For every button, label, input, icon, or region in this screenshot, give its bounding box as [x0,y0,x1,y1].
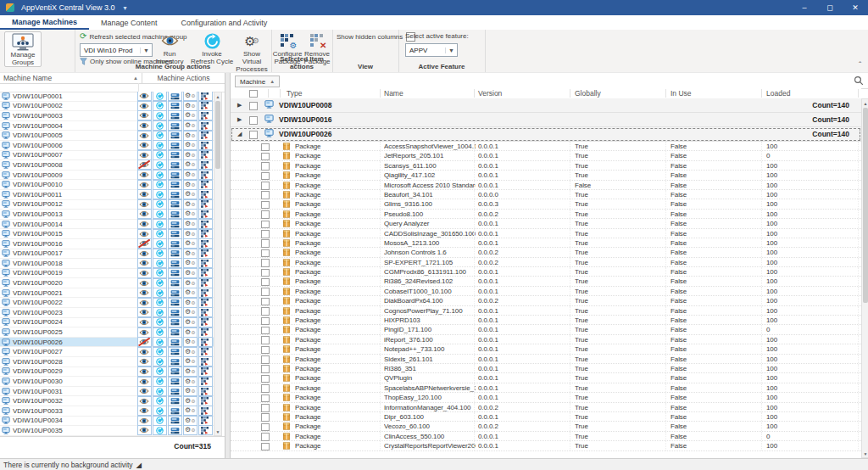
processes-action-icon[interactable]: ⚙⚙ [183,268,198,278]
machine-console-action-icon[interactable] [168,229,182,239]
package-action-icon[interactable] [198,219,213,229]
row-checkbox[interactable] [261,404,270,412]
refresh-cycle-action-icon[interactable] [153,199,167,210]
refresh-cycle-action-icon[interactable] [153,120,167,131]
machine-console-action-icon[interactable] [168,386,182,396]
inventory-action-icon[interactable] [137,288,152,298]
refresh-cycle-action-icon[interactable] [153,288,167,298]
refresh-cycle-action-icon[interactable] [153,278,167,288]
machine-console-action-icon[interactable] [168,92,182,101]
column-header-loaded[interactable]: Loaded [766,88,790,98]
inventory-action-icon[interactable] [137,170,152,180]
package-action-icon[interactable] [198,307,213,317]
row-checkbox[interactable] [261,278,270,287]
processes-action-icon[interactable]: ⚙⚙ [183,416,198,426]
inventory-action-icon[interactable] [137,219,152,229]
processes-action-icon[interactable]: ⚙⚙ [183,209,198,219]
refresh-cycle-action-icon[interactable] [153,258,167,268]
machine-row[interactable]: VDIW10UP0029 ⚙⚙ [0,367,214,378]
machine-console-action-icon[interactable] [168,425,182,435]
machine-console-action-icon[interactable] [168,180,182,190]
machine-console-action-icon[interactable] [168,347,182,357]
machine-console-action-icon[interactable] [168,110,182,120]
processes-action-icon[interactable]: ⚙⚙ [183,131,198,141]
machine-row[interactable]: VDIW10UP0027 ⚙⚙ [0,347,214,357]
machine-console-action-icon[interactable] [168,288,182,298]
expand-icon[interactable]: ▶ [237,102,242,109]
column-header-globally[interactable]: Globally [575,88,601,98]
machine-console-action-icon[interactable] [168,159,182,170]
processes-action-icon[interactable]: ⚙⚙ [183,258,198,268]
package-action-icon[interactable] [198,377,213,387]
package-action-icon[interactable] [198,386,213,396]
package-action-icon[interactable] [198,406,213,416]
package-action-icon[interactable] [198,327,213,338]
inventory-action-icon[interactable] [137,298,152,308]
package-action-icon[interactable] [198,298,213,308]
row-checkbox[interactable] [261,375,270,383]
run-inventory-button[interactable]: RunInventory [151,31,188,65]
machine-row[interactable]: VDIW10UP0017 ⚙⚙ [0,249,214,260]
machine-console-action-icon[interactable] [168,238,182,249]
refresh-cycle-action-icon[interactable] [153,101,167,111]
column-header-name[interactable]: Name [384,88,403,98]
package-action-icon[interactable] [198,150,213,160]
inventory-action-icon[interactable] [137,425,152,435]
machine-row[interactable]: VDIW10UP0003 ⚙⚙ [0,111,214,121]
machine-console-action-icon[interactable] [168,317,182,327]
machine-row[interactable]: VDIW10UP0013 ⚙⚙ [0,210,214,220]
select-all-checkbox[interactable] [249,90,258,98]
package-action-icon[interactable] [198,209,213,219]
collapse-icon[interactable]: ◢ [237,131,242,137]
scroll-up-icon[interactable]: ▲ [214,92,221,100]
row-checkbox[interactable] [261,172,270,181]
package-action-icon[interactable] [198,347,213,357]
package-row[interactable]: Package CADDSolisInzage_301650.100 0.0.0… [231,229,861,238]
row-checkbox[interactable] [261,259,270,267]
column-header-version[interactable]: Version [478,88,502,98]
package-grid-scrollbar[interactable]: ▲ ▼ [861,98,868,458]
machine-row[interactable]: VDIW10UP0026 ⚙⚙ [0,338,214,348]
package-row[interactable]: Package Query Analyzer 0.0.0.1 True Fals… [231,219,861,228]
processes-action-icon[interactable]: ⚙⚙ [183,170,198,180]
machine-row[interactable]: VDIW10UP0028 ⚙⚙ [0,357,214,367]
processes-action-icon[interactable]: ⚙⚙ [183,298,198,308]
machine-row[interactable]: VDIW10UP0009 ⚙⚙ [0,171,214,181]
machine-row[interactable]: VDIW10UP0001 ⚙⚙ [0,92,214,102]
package-row[interactable]: Package CobaseIT1000_10.100 0.0.0.1 True… [231,287,861,296]
package-action-icon[interactable] [198,249,213,259]
machine-row[interactable]: VDIW10UP0024 ⚙⚙ [0,318,214,328]
row-checkbox[interactable] [249,131,258,139]
inventory-action-icon[interactable] [137,386,152,396]
package-row[interactable]: Package HIXPRD103 0.0.0.1 True False 100 [231,316,861,325]
processes-action-icon[interactable]: ⚙⚙ [183,101,198,111]
machine-console-action-icon[interactable] [168,258,182,268]
processes-action-icon[interactable]: ⚙⚙ [183,229,198,239]
package-action-icon[interactable] [198,199,213,210]
package-row[interactable]: Package Glims_9316.100 0.0.0.3 True Fals… [231,199,861,209]
package-row[interactable]: Package AccessSnapshotViewer_1004.100 0.… [231,142,861,151]
row-checkbox[interactable] [261,201,270,210]
refresh-cycle-action-icon[interactable] [153,209,167,219]
machine-row[interactable]: VDIW10UP0014 ⚙⚙ [0,220,214,230]
inventory-action-icon[interactable] [137,120,152,131]
machine-console-action-icon[interactable] [168,278,182,288]
machine-console-action-icon[interactable] [168,298,182,308]
inventory-action-icon[interactable] [137,356,152,366]
refresh-cycle-action-icon[interactable] [153,317,167,327]
package-action-icon[interactable] [198,425,213,435]
row-checkbox[interactable] [261,327,270,335]
column-header-machine-actions[interactable]: Machine Actions [142,73,225,83]
refresh-cycle-action-icon[interactable] [153,92,167,101]
processes-action-icon[interactable]: ⚙⚙ [183,377,198,387]
row-checkbox[interactable] [261,182,270,190]
scroll-up-icon[interactable]: ▲ [862,99,868,107]
inventory-action-icon[interactable] [137,307,152,317]
tab-configuration-and-activity[interactable]: Configuration and Activity [170,15,280,30]
refresh-cycle-action-icon[interactable] [153,386,167,396]
refresh-cycle-action-icon[interactable] [153,219,167,229]
processes-action-icon[interactable]: ⚙⚙ [183,180,198,190]
package-row[interactable]: Package QVPlugin 0.0.0.1 True False 100 [231,373,861,383]
machine-row[interactable]: VDIW10UP0034 ⚙⚙ [0,417,214,427]
package-action-icon[interactable] [198,140,213,150]
